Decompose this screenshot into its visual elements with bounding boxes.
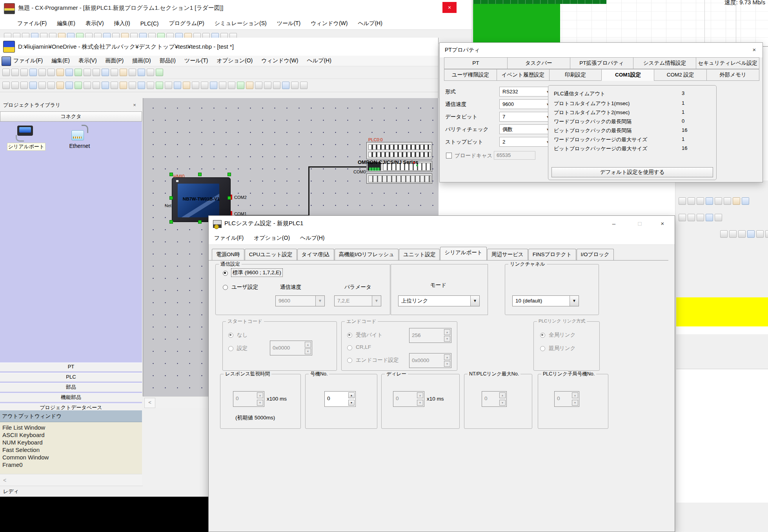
close-icon[interactable]: × [748,44,760,55]
open-icon[interactable] [11,69,19,76]
zoom-ladder-icon[interactable] [679,197,686,205]
cx-menu-item[interactable]: ファイル(F) [17,20,47,27]
output-list-item[interactable]: File List Window [2,424,142,431]
cx-menu-item[interactable]: 編集(E) [57,20,75,27]
output-list-item[interactable]: Frame0 [2,461,142,468]
output-list-item[interactable]: NUM Keyboard [2,439,142,446]
spin-down-icon[interactable]: ▼ [348,400,355,406]
state-setting-icon[interactable] [120,69,127,76]
prev-state-icon[interactable] [138,69,145,76]
parity-select[interactable]: 偶数▾ [499,124,551,134]
tab-io-block[interactable]: I/Oブロック [577,249,614,260]
output-list-item[interactable]: Common Window [2,454,142,461]
zoom-in-icon[interactable] [2,82,10,89]
flip-horizontal-icon[interactable] [156,82,163,89]
close-button[interactable]: × [442,2,457,13]
nb-menu-item[interactable]: ウィンドウ(W) [261,57,298,64]
selection-handle[interactable] [198,173,202,176]
selection-handle[interactable] [198,220,202,224]
connector-section-header[interactable]: コネクタ [0,111,142,122]
standard-radio-label[interactable]: 標準 (9600 ; 1,7,2,E) [231,269,282,277]
rectangle-icon[interactable] [183,82,190,89]
accordion-bar[interactable]: 機能部品 [0,393,142,402]
broadcast-checkbox[interactable] [446,153,452,159]
align-middle-icon[interactable] [75,82,82,89]
table-icon[interactable] [237,82,244,89]
plc-menu-item[interactable]: ファイル(F) [214,235,244,242]
block-icon[interactable] [742,197,749,205]
tab-peripheral-service[interactable]: 周辺サービス [487,249,528,260]
align-left-icon[interactable] [38,82,46,89]
tab-pt[interactable]: PT [444,57,508,69]
differential-icon[interactable] [706,214,713,221]
redo-icon[interactable] [84,69,91,76]
zoom-fit-icon[interactable] [20,82,28,89]
save-icon[interactable] [20,69,28,76]
tab-print[interactable]: 印刷設定 [549,69,602,81]
tab-taskbar[interactable]: タスクバー [507,57,571,69]
nb-menu-item[interactable]: 画面(P) [106,57,124,64]
nb-menu-item[interactable]: 描画(D) [132,57,151,64]
nb-menu-item[interactable]: ツール(T) [184,57,208,64]
nb-menu-item[interactable]: 表示(V) [78,57,97,64]
rung-icon[interactable] [720,230,728,238]
ethernet-item[interactable]: Ethernet [66,143,93,149]
output-list-item[interactable]: ASCII Keyboard [2,431,142,439]
next-state-icon[interactable] [147,69,154,76]
contact-icon[interactable] [729,230,737,238]
bitmap-icon[interactable] [228,82,235,89]
cx-menu-item[interactable]: 挿入(I) [114,20,130,27]
monitor-data-icon[interactable] [706,197,713,205]
flip-vertical-icon[interactable] [165,82,172,89]
vertical-line-icon[interactable] [756,230,764,238]
tab-system-info[interactable]: システム情報設定 [633,57,697,69]
print-icon[interactable] [111,69,118,76]
symbol-icon[interactable] [724,197,731,205]
accordion-bar[interactable]: 部品 [0,383,142,392]
new-icon[interactable] [2,69,10,76]
bring-front-icon[interactable] [120,82,127,89]
cx-menu-item[interactable]: プログラム(P) [169,20,204,27]
undo-icon[interactable] [75,69,82,76]
same-size-icon[interactable] [93,82,100,89]
zoom-out-icon[interactable] [11,82,19,89]
selection-handle[interactable] [169,196,173,200]
find-icon[interactable] [93,69,100,76]
tab-sio-refresh[interactable]: 高機能I/Oリフレッシュ [335,249,399,260]
plc-menu-item[interactable]: ヘルプ(H) [300,235,324,242]
align-center-icon[interactable] [47,82,55,89]
bit-button-icon[interactable] [264,82,271,89]
tab-cpu-unit[interactable]: CPUユニット設定 [245,249,297,260]
rotate-left-icon[interactable] [138,82,145,89]
group-icon[interactable] [102,82,109,89]
databits-select[interactable]: 7▾ [499,112,551,122]
serial-port-item[interactable]: シリアルポート [7,143,45,151]
tab-pt-extended[interactable]: PT拡張プロパティ [570,57,633,69]
watch-icon[interactable] [679,214,686,221]
ellipse-icon[interactable] [192,82,199,89]
type-select[interactable]: RS232▾ [499,87,551,97]
minimize-icon[interactable]: – [605,216,623,231]
scroll-left-icon[interactable]: < [144,398,155,408]
tab-user-permission[interactable]: ユーザ権限設定 [444,69,497,81]
serial-wire[interactable] [308,166,309,216]
line-icon[interactable] [174,82,181,89]
use-default-settings-button[interactable]: デフォルト設定を使用する [551,167,713,177]
nb-menu-item[interactable]: 部品(I) [160,57,176,64]
close-icon[interactable]: × [653,216,672,231]
tab-serial-port[interactable]: シリアルポート [440,247,486,260]
user-settings-radio[interactable] [223,285,228,290]
force-icon[interactable] [688,214,695,221]
rung-comment-icon[interactable] [697,197,704,205]
cx-menu-item[interactable]: ツール(T) [277,20,301,27]
tab-com2[interactable]: COM2 設定 [654,69,707,81]
plc-menu-item[interactable]: オプション(O) [254,235,290,242]
tab-unit-settings[interactable]: ユニット設定 [399,249,440,260]
text-icon[interactable] [219,82,226,89]
align-right-icon[interactable] [56,82,64,89]
stopbits-select[interactable]: 2▾ [499,137,551,147]
duplicate-icon[interactable] [56,69,64,76]
arc-icon[interactable] [210,82,217,89]
window-button-icon[interactable] [291,82,298,89]
mode-select[interactable]: 上位リンク ▼ [398,295,480,306]
